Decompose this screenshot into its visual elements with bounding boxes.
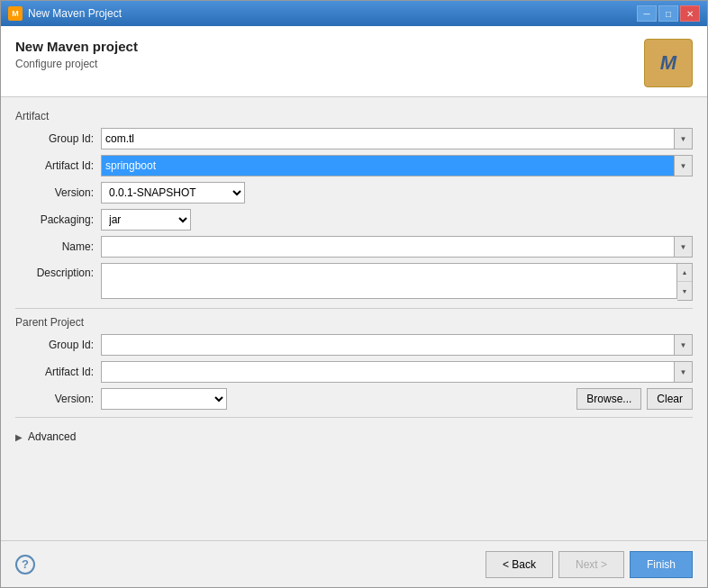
name-input[interactable] — [101, 236, 675, 258]
description-up-btn[interactable]: ▲ — [677, 264, 692, 282]
packaging-label: Packaging: — [15, 213, 101, 226]
parent-version-select[interactable] — [101, 388, 227, 410]
help-button[interactable]: ? — [15, 555, 35, 574]
browse-clear-wrap: Browse... Clear — [576, 388, 693, 410]
content-area: New Maven project Configure project M Ar… — [1, 26, 707, 587]
finish-button[interactable]: Finish — [630, 551, 693, 578]
header-section: New Maven project Configure project M — [1, 26, 707, 97]
group-id-row: Group Id: ▼ — [15, 128, 693, 149]
parent-group-id-wrapper: ▼ — [101, 334, 693, 356]
description-input[interactable] — [101, 263, 677, 299]
parent-group-id-input[interactable] — [101, 334, 675, 356]
version-row: Version: 0.0.1-SNAPSHOT — [15, 182, 693, 204]
name-label: Name: — [15, 240, 101, 253]
description-wrapper: ▲ ▼ — [101, 263, 693, 301]
footer-left: ? — [15, 555, 35, 574]
packaging-select[interactable]: jar war pom — [101, 209, 191, 231]
window-title: New Maven Project — [28, 7, 122, 20]
packaging-row: Packaging: jar war pom — [15, 209, 693, 231]
parent-version-row: Version: Browse... Clear — [15, 388, 693, 410]
parent-group-id-row: Group Id: ▼ — [15, 334, 693, 356]
advanced-row[interactable]: ▶ Advanced — [15, 425, 693, 448]
advanced-triangle-icon: ▶ — [15, 432, 23, 442]
description-down-btn[interactable]: ▼ — [677, 282, 692, 300]
divider-1 — [15, 308, 693, 309]
main-window: M New Maven Project ─ □ ✕ New Maven proj… — [0, 0, 708, 588]
back-button[interactable]: < Back — [486, 551, 553, 578]
group-id-dropdown-btn[interactable]: ▼ — [675, 128, 693, 149]
group-id-wrapper: ▼ — [101, 128, 693, 149]
clear-button[interactable]: Clear — [647, 388, 693, 410]
name-dropdown-btn[interactable]: ▼ — [675, 236, 693, 258]
name-row: Name: ▼ — [15, 236, 693, 258]
artifact-id-label: Artifact Id: — [15, 159, 101, 172]
next-button[interactable]: Next > — [558, 551, 624, 578]
footer-buttons: < Back Next > Finish — [486, 551, 693, 578]
artifact-id-dropdown-btn[interactable]: ▼ — [675, 155, 693, 176]
artifact-section-label: Artifact — [15, 110, 693, 122]
maximize-button[interactable]: □ — [658, 5, 678, 22]
page-subtitle: Configure project — [15, 58, 138, 70]
form-area: Artifact Group Id: ▼ Artifact Id: ▼ Ver — [1, 97, 707, 540]
parent-group-id-dropdown-btn[interactable]: ▼ — [675, 334, 693, 356]
version-label: Version: — [15, 186, 101, 199]
parent-version-label: Version: — [15, 393, 101, 405]
title-bar: M New Maven Project ─ □ ✕ — [1, 1, 707, 26]
parent-artifact-id-dropdown-btn[interactable]: ▼ — [675, 361, 693, 383]
artifact-id-wrapper: ▼ — [101, 155, 693, 176]
advanced-label: Advanced — [28, 430, 76, 443]
artifact-id-input[interactable] — [101, 155, 675, 176]
parent-version-wrapper: Browse... Clear — [101, 388, 693, 410]
divider-2 — [15, 417, 693, 418]
title-bar-controls: ─ □ ✕ — [637, 5, 700, 22]
version-select[interactable]: 0.0.1-SNAPSHOT — [101, 182, 245, 204]
page-title: New Maven project — [15, 39, 138, 54]
description-label: Description: — [15, 263, 101, 279]
description-spinner: ▲ ▼ — [677, 263, 693, 301]
parent-section-label: Parent Project — [15, 316, 693, 329]
footer: ? < Back Next > Finish — [1, 540, 707, 587]
header-text: New Maven project Configure project — [15, 39, 138, 70]
artifact-id-row: Artifact Id: ▼ — [15, 155, 693, 176]
window-icon: M — [8, 6, 23, 21]
name-wrapper: ▼ — [101, 236, 693, 258]
browse-button[interactable]: Browse... — [576, 388, 641, 410]
close-button[interactable]: ✕ — [680, 5, 700, 22]
parent-artifact-id-wrapper: ▼ — [101, 361, 693, 383]
version-wrapper: 0.0.1-SNAPSHOT — [101, 182, 245, 204]
parent-group-id-label: Group Id: — [15, 339, 101, 351]
parent-artifact-id-input[interactable] — [101, 361, 675, 383]
packaging-wrapper: jar war pom — [101, 209, 191, 231]
parent-artifact-id-label: Artifact Id: — [15, 366, 101, 378]
parent-artifact-id-row: Artifact Id: ▼ — [15, 361, 693, 383]
group-id-label: Group Id: — [15, 132, 101, 145]
minimize-button[interactable]: ─ — [637, 5, 657, 22]
description-row: Description: ▲ ▼ — [15, 263, 693, 301]
title-bar-left: M New Maven Project — [8, 6, 122, 21]
maven-logo: M — [644, 39, 693, 87]
group-id-input[interactable] — [101, 128, 675, 149]
